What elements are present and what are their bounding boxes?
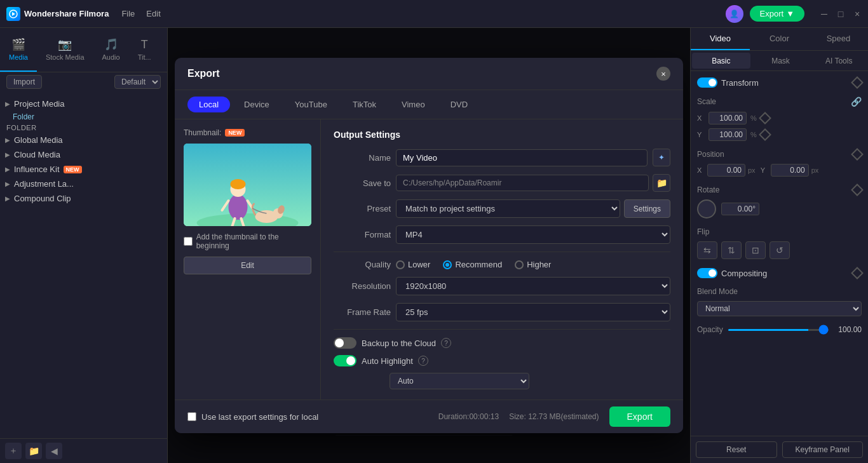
flip-buttons: ⇆ ⇅ ⊡ ↺: [697, 241, 862, 259]
pos-y-input[interactable]: [771, 164, 809, 177]
pos-x-input[interactable]: [707, 164, 745, 177]
tab-color[interactable]: Color: [750, 28, 809, 50]
add-thumbnail-checkbox[interactable]: [184, 237, 193, 246]
scale-x-input[interactable]: [709, 112, 747, 124]
thumbnail-preview: [184, 144, 311, 226]
close-button[interactable]: ×: [853, 10, 862, 18]
scale-x-keyframe[interactable]: [759, 112, 771, 124]
compositing-section: Compositing: [697, 268, 862, 278]
position-keyframe[interactable]: [851, 148, 864, 161]
subtab-basic[interactable]: Basic: [692, 53, 750, 69]
blend-mode-select[interactable]: Normal Dissolve Multiply Screen Overlay: [697, 301, 862, 316]
maximize-button[interactable]: □: [836, 10, 845, 18]
duration-info: Duration:00:00:13: [438, 412, 499, 421]
folder-browse-button[interactable]: 📁: [653, 174, 670, 192]
tab-device[interactable]: Device: [233, 97, 281, 112]
menu-file[interactable]: File: [121, 9, 135, 18]
export-top-button[interactable]: Export ▼: [750, 6, 804, 22]
link-icon: 🔗: [851, 97, 862, 107]
flip-h-button[interactable]: ⇆: [697, 241, 717, 259]
recommend-radio[interactable]: [443, 260, 452, 269]
tab-dvd[interactable]: DVD: [439, 97, 479, 112]
dialog-close-button[interactable]: ×: [656, 67, 670, 81]
scale-y-keyframe[interactable]: [759, 128, 771, 141]
logo-icon: [6, 7, 20, 21]
frame-rate-select[interactable]: 25 fps 24 fps 30 fps: [396, 303, 670, 321]
subtab-mask[interactable]: Mask: [752, 51, 810, 70]
tab-titles[interactable]: T Tit...: [129, 28, 160, 72]
name-input[interactable]: [396, 149, 648, 166]
sidebar-item-global-media[interactable]: ▶ Global Media: [0, 133, 167, 147]
tab-stock-media[interactable]: 📷 Stock Media: [37, 28, 93, 72]
edit-thumbnail-button[interactable]: Edit: [184, 257, 311, 274]
sidebar-item-project-media[interactable]: ▶ Project Media: [0, 97, 167, 111]
sidebar-item-compound-clip[interactable]: ▶ Compound Clip: [0, 191, 167, 206]
avatar[interactable]: 👤: [726, 5, 743, 23]
folder-sub[interactable]: Folder: [0, 111, 167, 123]
higher-radio[interactable]: [515, 260, 524, 269]
scale-y-input[interactable]: [709, 128, 747, 141]
flip-crop-button[interactable]: ⊡: [745, 241, 766, 259]
resolution-label: Resolution: [334, 281, 391, 291]
transform-keyframe-icon[interactable]: [851, 76, 864, 89]
subtab-ai-tools[interactable]: AI Tools: [810, 51, 868, 70]
transform-toggle[interactable]: [697, 77, 717, 88]
format-select[interactable]: MP4 MOV AVI: [396, 225, 670, 244]
frame-rate-row: Frame Rate 25 fps 24 fps 30 fps: [334, 303, 670, 321]
tab-youtube[interactable]: YouTube: [283, 97, 339, 112]
tab-local[interactable]: Local: [187, 97, 230, 112]
flip-section: Flip ⇆ ⇅ ⊡ ↺: [697, 227, 862, 259]
resolution-select[interactable]: 1920x1080 1280x720 3840x2160: [396, 277, 670, 295]
footer-info-export: Duration:00:00:13 Size: 12.73 MB(estimat…: [438, 406, 670, 427]
quality-higher[interactable]: Higher: [515, 260, 551, 269]
title-icon: T: [141, 38, 148, 51]
minimize-button[interactable]: ─: [820, 10, 829, 18]
compositing-keyframe[interactable]: [851, 267, 864, 279]
flip-v-button[interactable]: ⇅: [721, 241, 742, 259]
opacity-slider[interactable]: [728, 329, 829, 331]
export-final-button[interactable]: Export: [609, 406, 670, 427]
backup-toggle[interactable]: [334, 337, 356, 349]
ai-button[interactable]: ✦: [653, 149, 670, 166]
auto-select[interactable]: Auto Manual: [390, 373, 529, 389]
keyframe-panel-button[interactable]: Keyframe Panel: [782, 441, 864, 458]
lower-radio[interactable]: [396, 260, 405, 269]
preset-select[interactable]: Match to project settings: [396, 199, 620, 218]
window-controls: ─ □ ×: [820, 10, 862, 18]
rotate-controls: [697, 199, 862, 218]
resolution-row: Resolution 1920x1080 1280x720 3840x2160: [334, 277, 670, 295]
tab-speed[interactable]: Speed: [809, 28, 868, 50]
default-select[interactable]: Default: [114, 75, 161, 89]
rotate-dial[interactable]: [697, 199, 716, 218]
auto-highlight-help-icon[interactable]: ?: [418, 356, 428, 366]
sidebar-item-influence-kit[interactable]: ▶ Influence Kit NEW: [0, 162, 167, 177]
new-folder-button[interactable]: 📁: [25, 443, 42, 459]
quality-lower[interactable]: Lower: [396, 260, 430, 269]
arrow-icon: ▶: [5, 100, 10, 107]
auto-highlight-toggle[interactable]: [334, 355, 356, 366]
flip-reset-button[interactable]: ↺: [770, 241, 790, 259]
rotate-keyframe[interactable]: [851, 184, 864, 196]
reset-button[interactable]: Reset: [696, 441, 777, 458]
format-label: Format: [334, 230, 391, 239]
menu-edit[interactable]: Edit: [146, 9, 160, 18]
tab-vimeo[interactable]: Vimeo: [390, 97, 437, 112]
tab-tiktok[interactable]: TikTok: [341, 97, 388, 112]
use-last-checkbox[interactable]: [187, 412, 196, 421]
collapse-button[interactable]: ◀: [46, 443, 62, 459]
topbar: Wondershare Filmora File Edit 👤 Export ▼…: [0, 0, 868, 28]
tab-video[interactable]: Video: [691, 28, 750, 50]
sidebar-content: ▶ Project Media Folder FOLDER ▶ Global M…: [0, 91, 167, 438]
right-panel-content: Transform Scale 🔗 X %: [691, 71, 868, 436]
quality-recommend[interactable]: Recommend: [443, 260, 502, 269]
backup-help-icon[interactable]: ?: [441, 338, 451, 348]
tab-media[interactable]: 🎬 Media: [0, 28, 37, 72]
add-media-button[interactable]: ＋: [5, 443, 22, 459]
rotate-input[interactable]: [721, 203, 759, 215]
tab-audio[interactable]: 🎵 Audio: [93, 28, 129, 72]
sidebar-item-cloud-media[interactable]: ▶ Cloud Media: [0, 147, 167, 162]
import-button[interactable]: Import: [6, 75, 42, 89]
sidebar-item-adjustment[interactable]: ▶ Adjustment La...: [0, 177, 167, 191]
compositing-toggle[interactable]: [697, 268, 717, 278]
settings-button[interactable]: Settings: [624, 199, 670, 218]
